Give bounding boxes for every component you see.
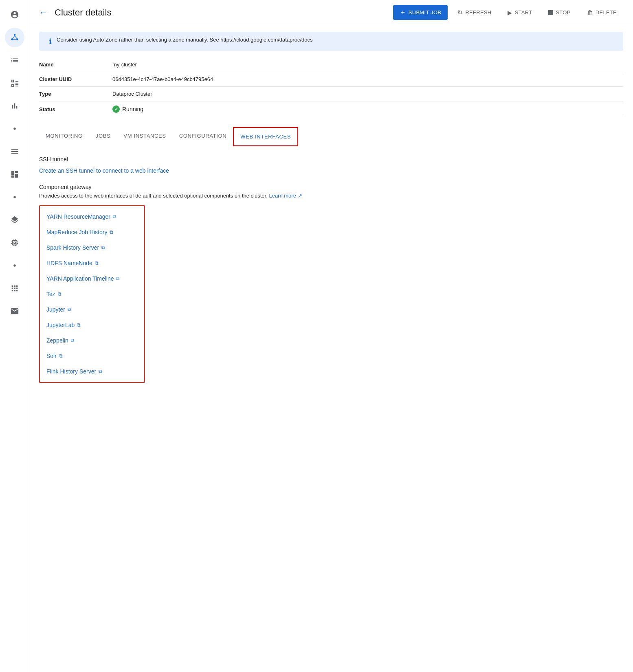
sidebar-item-network[interactable] bbox=[5, 233, 24, 253]
tab-content: SSH tunnel Create an SSH tunnel to conne… bbox=[29, 146, 633, 393]
gateway-link-label-solr: Solr bbox=[46, 353, 57, 359]
external-link-icon-zeppelin: ⧉ bbox=[71, 338, 75, 343]
start-icon: ▶ bbox=[508, 9, 512, 16]
svg-point-6 bbox=[13, 127, 16, 130]
svg-line-4 bbox=[15, 36, 17, 39]
gateway-link-solr[interactable]: Solr⧉ bbox=[46, 349, 138, 363]
sidebar bbox=[0, 0, 29, 672]
gateway-link-label-jupyter: Jupyter bbox=[46, 306, 65, 313]
gateway-links-box: YARN ResourceManager⧉MapReduce Job Histo… bbox=[39, 205, 145, 383]
external-link-icon-solr: ⧉ bbox=[59, 353, 63, 359]
gateway-link-zeppelin[interactable]: Zeppelin⧉ bbox=[46, 333, 138, 348]
status-badge: Running bbox=[112, 105, 143, 113]
external-link-icon-jupyter: ⧉ bbox=[68, 307, 71, 312]
gateway-link-label-spark-history-server: Spark History Server bbox=[46, 244, 99, 251]
sidebar-item-list[interactable] bbox=[5, 142, 24, 161]
tab-web-interfaces[interactable]: WEB INTERFACES bbox=[233, 127, 298, 146]
layers-icon bbox=[10, 215, 19, 224]
status-label: Status bbox=[39, 106, 112, 112]
sidebar-item-mail[interactable] bbox=[5, 301, 24, 321]
sidebar-item-jobs[interactable] bbox=[5, 51, 24, 70]
info-icon: ℹ bbox=[49, 37, 52, 46]
cluster-name-row: Name my-cluster bbox=[39, 57, 623, 72]
dot2-icon bbox=[10, 193, 19, 202]
header-actions: ＋ SUBMIT JOB ↻ REFRESH ▶ START STOP 🗑 DE… bbox=[393, 5, 623, 20]
start-button[interactable]: ▶ START bbox=[501, 6, 538, 19]
logo-icon bbox=[10, 10, 19, 19]
gateway-link-label-mapreduce-job-history: MapReduce Job History bbox=[46, 229, 107, 235]
sidebar-item-dot2[interactable] bbox=[5, 187, 24, 207]
tab-jobs[interactable]: JOBS bbox=[89, 127, 117, 146]
learn-more-link[interactable]: Learn more ↗ bbox=[269, 193, 302, 199]
sidebar-item-grid[interactable] bbox=[5, 279, 24, 298]
external-link-icon-yarn-application-timeline: ⧉ bbox=[116, 276, 120, 281]
back-button[interactable]: ← bbox=[39, 7, 48, 18]
delete-button[interactable]: 🗑 DELETE bbox=[580, 6, 623, 19]
plus-icon: ＋ bbox=[400, 8, 406, 17]
submit-job-button[interactable]: ＋ SUBMIT JOB bbox=[393, 5, 448, 20]
gateway-link-yarn-application-timeline[interactable]: YARN Application Timeline⧉ bbox=[46, 271, 138, 286]
metrics-icon bbox=[10, 101, 19, 110]
cluster-info: Name my-cluster Cluster UUID 06d4351e-4c… bbox=[29, 51, 633, 124]
stop-icon bbox=[548, 10, 553, 15]
cluster-icon bbox=[10, 33, 19, 42]
cluster-type-row: Type Dataproc Cluster bbox=[39, 87, 623, 101]
page-header: ← Cluster details ＋ SUBMIT JOB ↻ REFRESH… bbox=[29, 0, 633, 25]
sidebar-item-clusters[interactable] bbox=[5, 28, 24, 47]
refresh-icon: ↻ bbox=[457, 9, 463, 16]
mail-icon bbox=[10, 307, 19, 316]
uuid-value: 06d4351e-4c47-47ae-b0a4-e49cb4795e64 bbox=[112, 76, 213, 82]
tab-vm-instances[interactable]: VM INSTANCES bbox=[117, 127, 172, 146]
external-link-icon-jupyterlab: ⧉ bbox=[77, 322, 81, 328]
tab-configuration[interactable]: CONFIGURATION bbox=[173, 127, 233, 146]
dot1-icon bbox=[10, 124, 19, 133]
tabs-bar: MONITORING JOBS VM INSTANCES CONFIGURATI… bbox=[29, 127, 633, 146]
name-label: Name bbox=[39, 61, 112, 68]
sidebar-item-topology[interactable] bbox=[5, 73, 24, 93]
sidebar-item-dot1[interactable] bbox=[5, 119, 24, 138]
sidebar-item-layers[interactable] bbox=[5, 210, 24, 230]
info-banner-text: Consider using Auto Zone rather than sel… bbox=[57, 37, 312, 43]
gateway-link-flink-history-server[interactable]: Flink History Server⧉ bbox=[46, 364, 138, 379]
external-link-icon-spark-history-server: ⧉ bbox=[101, 245, 105, 250]
ssh-tunnel-link[interactable]: Create an SSH tunnel to connect to a web… bbox=[39, 167, 169, 174]
external-link-icon-flink-history-server: ⧉ bbox=[99, 369, 102, 374]
gateway-link-yarn-resource-manager[interactable]: YARN ResourceManager⧉ bbox=[46, 209, 138, 224]
sidebar-item-dot3[interactable] bbox=[5, 256, 24, 275]
gateway-link-hdfs-namenode[interactable]: HDFS NameNode⧉ bbox=[46, 256, 138, 270]
stop-button[interactable]: STOP bbox=[542, 6, 577, 19]
gateway-link-label-zeppelin: Zeppelin bbox=[46, 337, 68, 344]
gateway-link-label-tez: Tez bbox=[46, 291, 55, 297]
status-dot-icon bbox=[112, 105, 120, 113]
refresh-button[interactable]: ↻ REFRESH bbox=[451, 6, 498, 20]
dot3-icon bbox=[10, 261, 19, 270]
status-value: Running bbox=[122, 106, 143, 112]
gateway-link-label-flink-history-server: Flink History Server bbox=[46, 368, 96, 375]
cluster-uuid-row: Cluster UUID 06d4351e-4c47-47ae-b0a4-e49… bbox=[39, 72, 623, 87]
external-link-icon-tez: ⧉ bbox=[58, 291, 62, 297]
topology-icon bbox=[10, 79, 19, 88]
gateway-link-label-hdfs-namenode: HDFS NameNode bbox=[46, 260, 92, 266]
list-icon bbox=[10, 147, 19, 156]
external-link-icon-mapreduce-job-history: ⧉ bbox=[110, 229, 113, 235]
sidebar-item-metrics[interactable] bbox=[5, 96, 24, 116]
gateway-link-jupyter[interactable]: Jupyter⧉ bbox=[46, 302, 138, 317]
info-banner: ℹ Consider using Auto Zone rather than s… bbox=[39, 32, 623, 51]
sidebar-item-dashboard[interactable] bbox=[5, 165, 24, 184]
gateway-link-label-jupyterlab: JupyterLab bbox=[46, 322, 75, 328]
uuid-label: Cluster UUID bbox=[39, 76, 112, 82]
svg-point-8 bbox=[13, 264, 16, 267]
tab-monitoring[interactable]: MONITORING bbox=[39, 127, 89, 146]
ssh-tunnel-title: SSH tunnel bbox=[39, 156, 623, 163]
network-icon bbox=[10, 238, 19, 247]
gateway-link-spark-history-server[interactable]: Spark History Server⧉ bbox=[46, 240, 138, 255]
dashboard-icon bbox=[10, 170, 19, 179]
gateway-link-tez[interactable]: Tez⧉ bbox=[46, 287, 138, 301]
name-value: my-cluster bbox=[112, 61, 137, 68]
svg-point-0 bbox=[13, 34, 15, 36]
gateway-link-jupyterlab[interactable]: JupyterLab⧉ bbox=[46, 318, 138, 332]
gateway-link-mapreduce-job-history[interactable]: MapReduce Job History⧉ bbox=[46, 225, 138, 239]
page-title: Cluster details bbox=[55, 7, 387, 18]
sidebar-logo[interactable] bbox=[5, 5, 24, 24]
type-label: Type bbox=[39, 91, 112, 97]
